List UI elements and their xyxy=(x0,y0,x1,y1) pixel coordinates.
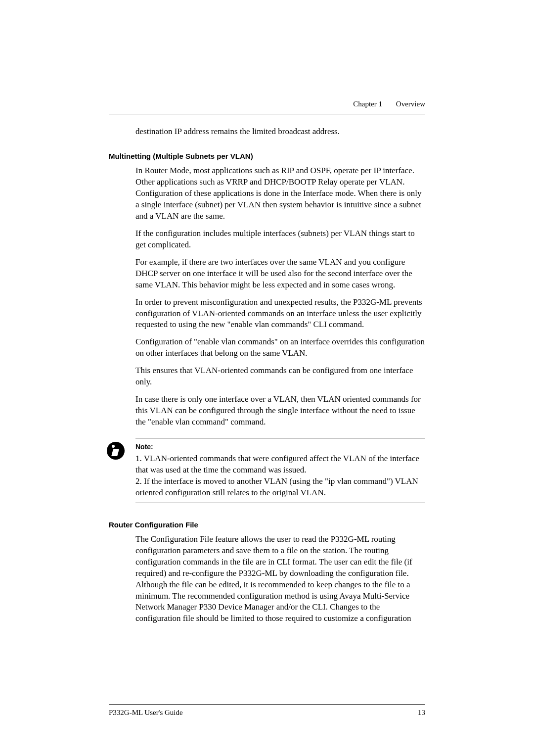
guide-name: P332G-ML User's Guide xyxy=(109,708,183,717)
footer-rule xyxy=(109,704,425,705)
running-header: Chapter 1 Overview xyxy=(353,99,425,109)
body-paragraph: For example, if there are two interfaces… xyxy=(135,257,425,291)
body-paragraph: This ensures that VLAN-oriented commands… xyxy=(135,365,425,388)
body-paragraph: The Configuration File feature allows th… xyxy=(135,534,425,625)
section-heading-multinetting: Multinetting (Multiple Subnets per VLAN) xyxy=(109,151,425,161)
chapter-title: Overview xyxy=(396,100,425,108)
note-line: 1. VLAN-oriented commands that were conf… xyxy=(135,453,425,476)
body-paragraph: Configuration of "enable vlan commands" … xyxy=(135,336,425,359)
note-line: 2. If the interface is moved to another … xyxy=(135,476,425,499)
body-paragraph: In Router Mode, most applications such a… xyxy=(135,165,425,222)
chapter-label: Chapter 1 xyxy=(353,100,382,108)
note-label: Note: xyxy=(135,442,425,452)
note-block: Note: 1. VLAN-oriented commands that wer… xyxy=(135,438,425,503)
page-number: 13 xyxy=(418,708,425,717)
body-paragraph: If the configuration includes multiple i… xyxy=(135,228,425,251)
note-rule xyxy=(135,438,425,438)
body-paragraph: In order to prevent misconfiguration and… xyxy=(135,297,425,331)
section-heading-router-config: Router Configuration File xyxy=(109,520,425,530)
body-paragraph: In case there is only one interface over… xyxy=(135,394,425,428)
page-content: destination IP address remains the limit… xyxy=(109,126,425,630)
continuation-text: destination IP address remains the limit… xyxy=(135,126,425,138)
header-rule xyxy=(109,114,425,114)
info-icon xyxy=(107,442,125,460)
page-footer: P332G-ML User's Guide 13 xyxy=(109,704,425,717)
note-rule xyxy=(135,503,425,503)
